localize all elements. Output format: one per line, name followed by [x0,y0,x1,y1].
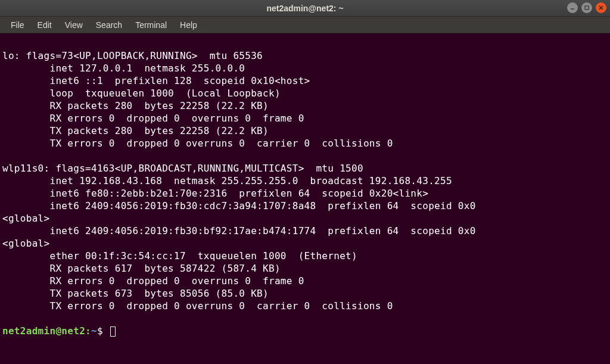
output-line: RX packets 617 bytes 587422 (587.4 KB) [2,263,281,274]
close-button[interactable] [596,2,606,13]
terminal-output[interactable]: lo: flags=73<UP,LOOPBACK,RUNNING> mtu 65… [0,33,610,341]
prompt-userhost: net2admin@net2 [2,325,85,337]
output-line: inet6 2409:4056:2019:fb30:cdc7:3a94:1707… [2,200,476,211]
maximize-button[interactable] [581,2,592,13]
output-line: wlp11s0: flags=4163<UP,BROADCAST,RUNNING… [2,163,363,174]
menu-help[interactable]: Help [174,19,203,31]
menu-search[interactable]: Search [90,19,128,31]
output-line: TX errors 0 dropped 0 overruns 0 carrier… [2,300,393,312]
output-line: ether 00:1f:3c:54:cc:17 txqueuelen 1000 … [2,250,357,262]
output-line: loop txqueuelen 1000 (Local Loopback) [2,88,281,99]
prompt-dollar: $ [97,325,103,337]
output-line: RX errors 0 dropped 0 overruns 0 frame 0 [2,113,304,124]
output-line: RX packets 280 bytes 22258 (22.2 KB) [2,100,269,111]
svg-rect-1 [585,6,589,10]
menu-terminal[interactable]: Terminal [129,19,173,31]
output-line: inet6 fe80::2ebb:b2e1:70e:2316 prefixlen… [2,188,428,199]
menubar: File Edit View Search Terminal Help [0,17,610,33]
output-line: TX packets 673 bytes 85056 (85.0 KB) [2,288,269,299]
output-line: <global> [2,238,49,249]
prompt-colon: : [85,325,91,337]
window-title: net2admin@net2: ~ [266,4,343,13]
window-controls [567,2,606,13]
output-line: <global> [2,213,49,224]
menu-view[interactable]: View [59,19,89,31]
menu-edit[interactable]: Edit [32,19,58,31]
minimize-button[interactable] [567,2,578,13]
output-line: lo: flags=73<UP,LOOPBACK,RUNNING> mtu 65… [2,50,263,61]
output-line: inet 192.168.43.168 netmask 255.255.255.… [2,175,452,186]
output-line: TX errors 0 dropped 0 overruns 0 carrier… [2,138,393,149]
prompt-path: ~ [91,325,97,337]
output-line: RX errors 0 dropped 0 overruns 0 frame 0 [2,275,304,287]
minimize-icon [569,5,575,11]
output-line: TX packets 280 bytes 22258 (22.2 KB) [2,125,269,136]
menu-file[interactable]: File [5,19,30,31]
output-line: inet6 ::1 prefixlen 128 scopeid 0x10<hos… [2,75,310,86]
titlebar: net2admin@net2: ~ [0,0,610,17]
maximize-icon [584,5,590,11]
cursor [110,326,116,337]
close-icon [598,5,604,11]
output-line: inet 127.0.0.1 netmask 255.0.0.0 [2,63,245,74]
output-line: inet6 2409:4056:2019:fb30:bf92:17ae:b474… [2,225,476,237]
